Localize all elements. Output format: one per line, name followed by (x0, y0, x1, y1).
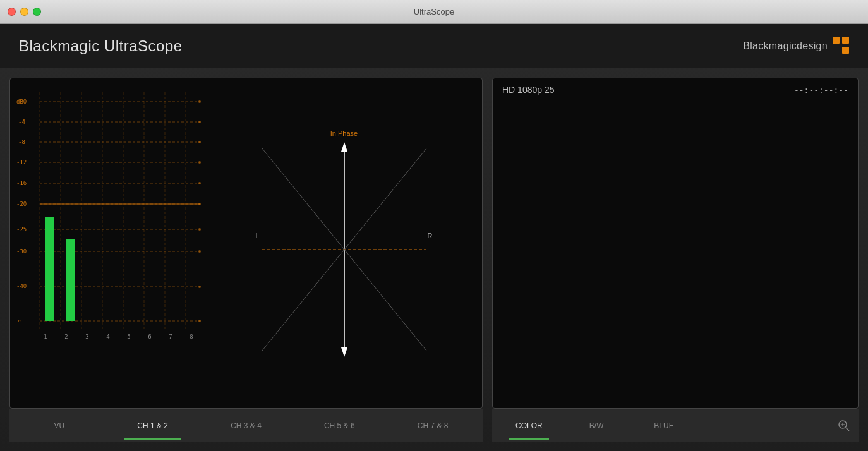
svg-rect-40 (45, 217, 54, 321)
svg-point-38 (198, 286, 201, 288)
svg-line-55 (262, 250, 344, 351)
lissajous-svg (253, 139, 436, 366)
left-panel: dB0 -4 -8 -12 -16 -20 -25 -30 -40 ∞ (9, 78, 483, 442)
app-body: Blackmagic UltraScope Blackmagicdesign (0, 24, 868, 451)
svg-line-53 (344, 250, 426, 351)
svg-text:3: 3 (85, 334, 88, 340)
in-phase-label: In Phase (330, 129, 358, 137)
vu-meter-svg: dB0 -4 -8 -12 -16 -20 -25 -30 -40 ∞ (13, 86, 203, 389)
right-panel: HD 1080p 25 --:--:--:-- COLOR B/W BLUE (492, 78, 859, 442)
content-area: dB0 -4 -8 -12 -16 -20 -25 -30 -40 ∞ (0, 68, 868, 451)
svg-point-33 (198, 161, 201, 164)
app-header: Blackmagic UltraScope Blackmagicdesign (0, 24, 868, 68)
svg-point-39 (198, 320, 201, 322)
svg-marker-57 (341, 347, 347, 357)
svg-text:5: 5 (127, 334, 130, 340)
tab-ch78[interactable]: CH 7 & 8 (386, 413, 479, 438)
tab-ch12[interactable]: CH 1 & 2 (106, 413, 200, 438)
svg-text:∞: ∞ (18, 318, 22, 324)
tab-ch34[interactable]: CH 3 & 4 (200, 413, 293, 438)
close-button[interactable] (8, 8, 16, 16)
app-title: Blackmagic UltraScope (19, 37, 183, 55)
svg-text:8: 8 (190, 334, 193, 340)
svg-text:-20: -20 (16, 201, 27, 207)
title-bar: UltraScope (0, 0, 868, 24)
tab-blue[interactable]: BLUE (630, 413, 698, 438)
window-title: UltraScope (414, 7, 454, 16)
svg-text:dB0: dB0 (16, 99, 27, 105)
svg-point-35 (198, 203, 201, 205)
svg-marker-56 (341, 142, 347, 152)
timecode: --:--:--:-- (794, 85, 848, 95)
svg-line-54 (344, 148, 426, 250)
svg-text:4: 4 (106, 334, 109, 340)
svg-text:1: 1 (44, 334, 47, 340)
l-label: L (256, 232, 260, 239)
bmd-sq-1 (833, 37, 840, 44)
svg-rect-41 (66, 239, 75, 321)
scope-display: dB0 -4 -8 -12 -16 -20 -25 -30 -40 ∞ (9, 78, 483, 409)
tab-ch56[interactable]: CH 5 & 6 (292, 413, 386, 438)
bmd-sq-2 (842, 37, 849, 44)
svg-text:-30: -30 (16, 248, 27, 255)
bmd-logo: Blackmagicdesign (743, 37, 849, 56)
preview-header: HD 1080p 25 --:--:--:-- (502, 85, 848, 95)
svg-line-59 (846, 428, 849, 431)
bmd-logo-squares (833, 37, 849, 56)
bmd-sq-3 (833, 47, 840, 54)
zoom-button[interactable] (833, 414, 855, 437)
video-format: HD 1080p 25 (502, 85, 555, 95)
svg-point-37 (198, 250, 201, 253)
zoom-icon (838, 419, 850, 432)
preview-display: HD 1080p 25 --:--:--:-- (492, 78, 859, 409)
svg-point-32 (198, 141, 201, 143)
bmd-sq-4 (842, 47, 849, 54)
svg-text:6: 6 (148, 334, 151, 340)
svg-text:7: 7 (169, 334, 172, 340)
tab-bw[interactable]: B/W (563, 413, 630, 438)
svg-point-36 (198, 228, 201, 231)
window-controls (8, 8, 41, 16)
svg-text:-16: -16 (16, 180, 27, 186)
svg-text:-40: -40 (16, 283, 27, 289)
svg-text:-12: -12 (16, 159, 27, 165)
maximize-button[interactable] (33, 8, 41, 16)
svg-point-30 (198, 100, 201, 103)
svg-text:-4: -4 (18, 119, 25, 125)
minimize-button[interactable] (20, 8, 28, 16)
tab-color[interactable]: COLOR (495, 413, 563, 438)
svg-line-52 (262, 148, 344, 250)
svg-text:-25: -25 (16, 226, 27, 232)
r-label: R (428, 232, 433, 239)
bmd-logo-text: Blackmagicdesign (743, 40, 828, 52)
right-tabs-bar: COLOR B/W BLUE (492, 409, 859, 442)
tab-vu[interactable]: VU (13, 413, 106, 438)
svg-point-34 (198, 182, 201, 184)
svg-point-31 (198, 121, 201, 123)
left-tabs-bar: VU CH 1 & 2 CH 3 & 4 CH 5 & 6 CH 7 & 8 (9, 409, 483, 442)
svg-text:2: 2 (64, 334, 68, 340)
svg-text:-8: -8 (18, 139, 25, 145)
